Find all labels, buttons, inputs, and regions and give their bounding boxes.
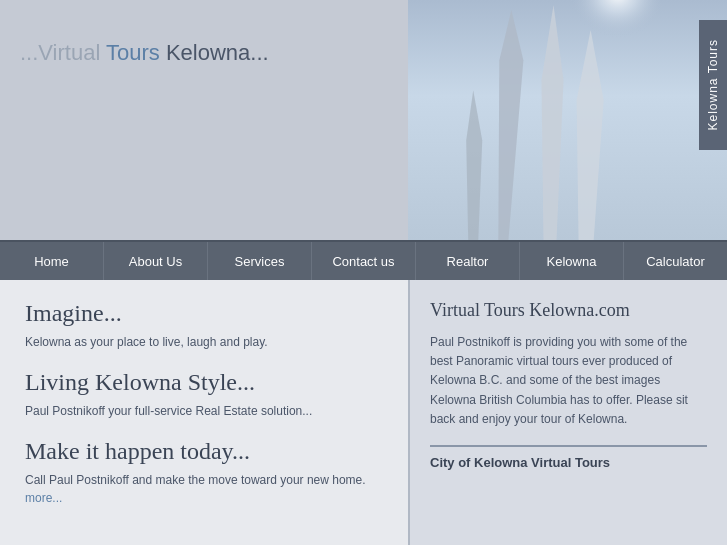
text-imagine: Kelowna as your place to live, laugh and…: [25, 333, 383, 351]
right-text: Paul Postnikoff is providing you with so…: [430, 333, 707, 429]
text-living: Paul Postnikoff your full-service Real E…: [25, 402, 383, 420]
nav-realtor[interactable]: Realtor: [416, 242, 520, 280]
nav-kelowna[interactable]: Kelowna: [520, 242, 624, 280]
nav-contact[interactable]: Contact us: [312, 242, 416, 280]
nav-calculator[interactable]: Calculator: [624, 242, 727, 280]
nav-about[interactable]: About Us: [104, 242, 208, 280]
city-heading: City of Kelowna Virtual Tours: [430, 455, 707, 470]
title-kelowna: Kelowna: [160, 40, 251, 65]
header: ...Virtual Tours Kelowna...: [0, 0, 727, 240]
main-content: Imagine... Kelowna as your place to live…: [0, 280, 727, 545]
text-make: Call Paul Postnikoff and make the move t…: [25, 471, 383, 507]
content-left: Imagine... Kelowna as your place to live…: [0, 280, 408, 545]
heading-living: Living Kelowna Style...: [25, 369, 383, 396]
heading-imagine: Imagine...: [25, 300, 383, 327]
title-tours: Tours: [100, 40, 160, 65]
navigation-bar: Home About Us Services Contact us Realto…: [0, 240, 727, 280]
svg-marker-4: [466, 90, 482, 240]
content-right: Virtual Tours Kelowna.com Paul Postnikof…: [408, 280, 727, 545]
kelowna-tours-label: Kelowna Tours: [706, 39, 720, 131]
city-section: City of Kelowna Virtual Tours: [430, 445, 707, 470]
title-suffix: ...: [250, 40, 268, 65]
heading-make: Make it happen today...: [25, 438, 383, 465]
header-art-svg: [408, 0, 699, 240]
title-virtual: Virtual: [38, 40, 100, 65]
title-prefix: ...: [20, 40, 38, 65]
nav-home[interactable]: Home: [0, 242, 104, 280]
svg-marker-1: [498, 10, 523, 240]
more-link[interactable]: more...: [25, 491, 62, 505]
header-left: ...Virtual Tours Kelowna...: [0, 0, 408, 240]
site-title: ...Virtual Tours Kelowna...: [20, 40, 269, 66]
text-make-span: Call Paul Postnikoff and make the move t…: [25, 473, 366, 487]
header-right: Kelowna Tours: [408, 0, 727, 240]
right-heading: Virtual Tours Kelowna.com: [430, 300, 707, 321]
kelowna-tours-tab[interactable]: Kelowna Tours: [699, 20, 727, 150]
nav-services[interactable]: Services: [208, 242, 312, 280]
